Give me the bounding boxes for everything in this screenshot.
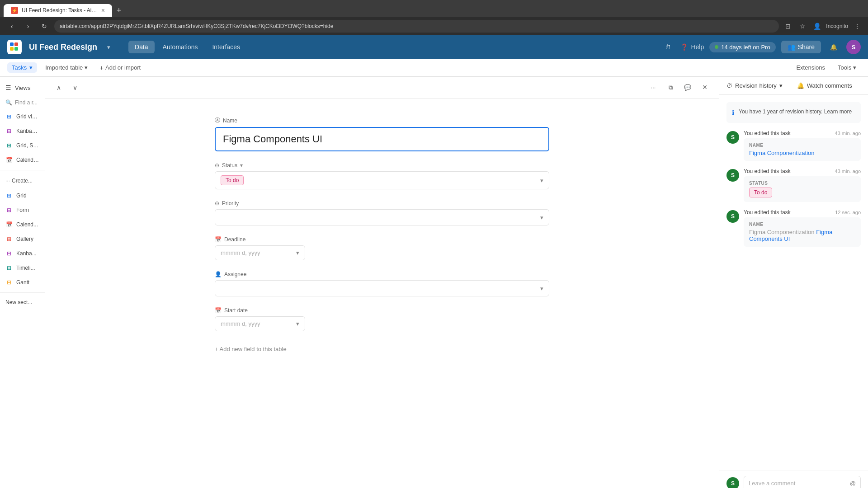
priority-select[interactable] [215,209,549,225]
rev-value-2: To do [749,188,855,197]
sidebar-item-kanban[interactable]: ⊟ Kanban... [0,125,45,137]
sidebar-item-grid-view[interactable]: ⊞ Grid vie... [0,110,45,123]
deadline-date-picker[interactable]: mmmm d, yyyy ▾ [215,245,305,260]
tasks-tab[interactable]: Tasks ▾ [7,62,37,73]
revision-card-3: NAME Figma Componentization Figma Compon… [744,217,861,247]
sidebar-item-grid-scroll[interactable]: ⊞ Grid, Sc... [0,139,45,152]
watch-comments-button[interactable]: 🔔 Watch comments [797,82,852,89]
form-icon: ⊟ [5,206,13,214]
new-section-label: New sect... [5,299,32,305]
share-button[interactable]: 👥 Share [781,41,821,53]
kanban-2-label: Kanba... [16,250,37,257]
sidebar-search[interactable]: 🔍 Find a r... [0,97,45,108]
calendar-top-label: Calenda... [16,157,39,163]
sidebar-item-calendar[interactable]: 📅 Calenda... [0,154,45,166]
active-tab[interactable]: UI Feed Redesign: Tasks - Airtabl... × [4,4,112,17]
pro-badge[interactable]: 14 days left on Pro [709,42,775,52]
start-date-picker[interactable]: mmmm d, yyyy ▾ [215,316,305,331]
tab-close-icon[interactable]: × [101,7,105,14]
name-field-icon: Ⓐ [215,117,220,124]
revision-card-2: STATUS To do [744,176,861,202]
comment-area: S Leave a comment @ [719,470,868,488]
gantt-label: Gantt [16,279,29,286]
revision-avatar-3: S [726,210,739,223]
add-or-import-button[interactable]: + Add or import [96,62,144,73]
views-label: Views [15,84,30,91]
notifications-button[interactable]: 🔔 [826,40,841,54]
sidebar-item-new-section[interactable]: New sect... [0,296,45,308]
right-panel-header: ⏱ Revision history ▾ 🔔 Watch comments [719,77,868,95]
browser-tab-bar: UI Feed Redesign: Tasks - Airtabl... × + [0,0,868,17]
rev-value-3: Figma Componentization Figma Components … [749,229,855,242]
sidebar-item-timeline[interactable]: ⊟ Timeli... [0,262,45,274]
app-logo[interactable] [7,40,22,54]
grid-view-icon: ⊞ [5,113,13,120]
comment-input[interactable]: Leave a comment @ [744,476,861,488]
create-button[interactable]: ··· Create... [0,174,45,188]
comment-avatar: S [726,477,739,488]
refresh-button[interactable]: ↻ [38,20,51,33]
pro-label: 14 days left on Pro [721,44,770,51]
forward-button[interactable]: › [22,20,34,33]
nav-interfaces[interactable]: Interfaces [206,41,246,53]
app-title-dropdown-icon[interactable]: ▾ [107,44,110,51]
tools-button[interactable]: Tools ▾ [833,62,861,73]
duplicate-button[interactable]: ⧉ [664,81,677,94]
kanban-label: Kanban... [16,128,39,134]
revision-item-1: S You edited this task 43 min. ago NAME … [726,130,861,161]
assignee-select[interactable] [215,280,549,296]
profile-manager-icon[interactable]: 👤 [811,21,822,32]
sidebar-item-grid[interactable]: ⊞ Grid [0,189,45,202]
rev-name-old-3: Figma Componentization [749,229,815,235]
revision-who-2: You edited this task [744,168,791,174]
record-toolbar-right: ··· ⧉ 💬 × [646,81,712,94]
sidebar-item-form[interactable]: ⊟ Form [0,204,45,216]
expand-up-button[interactable]: ∧ [52,81,65,94]
user-avatar[interactable]: S [846,40,861,54]
name-input[interactable] [215,127,549,151]
address-bar[interactable]: airtable.com/appnB2PYqtdgiMrZG/tbliXpR4Z… [54,20,779,33]
help-button[interactable]: ❓ Help [680,43,704,51]
new-tab-button[interactable]: + [112,4,126,17]
bookmark-icon[interactable]: ☆ [797,21,808,32]
add-import-label: Add or import [105,64,141,71]
timeline-icon: ⊟ [5,264,13,272]
history-button[interactable]: ⏱ [660,40,675,54]
sidebar-item-gantt[interactable]: ⊟ Gantt [0,276,45,289]
add-field-button[interactable]: + Add new field to this table [215,342,549,356]
revision-avatar-1: S [726,131,739,144]
revision-history-button[interactable]: ⏱ Revision history ▾ [726,82,783,89]
back-button[interactable]: ‹ [5,20,18,33]
views-toggle-icon[interactable]: ☰ [5,84,11,91]
tasks-tab-label: Tasks [12,64,27,71]
sidebar-item-kanban-2[interactable]: ⊟ Kanba... [0,247,45,260]
name-field-label-text: Name [223,117,237,124]
extensions-button[interactable]: Extensions [792,62,830,73]
menu-icon[interactable]: ⋮ [852,21,863,32]
nav-data[interactable]: Data [128,41,155,53]
kanban-icon: ⊟ [5,127,13,135]
app-title: UI Feed Redesign [29,42,97,52]
imported-table-button[interactable]: Imported table ▾ [41,62,92,73]
comment-button[interactable]: 💬 [681,81,694,94]
status-select[interactable]: To do [215,171,549,189]
cast-icon[interactable]: ⊡ [783,21,793,32]
tab-title: UI Feed Redesign: Tasks - Airtabl... [22,7,98,14]
form-label: Form [16,207,29,213]
close-record-button[interactable]: × [698,81,712,94]
info-icon: ℹ [732,108,734,117]
assignee-field-label: 👤 Assignee [215,271,549,277]
status-field-chevron[interactable]: ▾ [240,162,243,169]
svg-rect-1 [14,42,18,46]
help-icon: ❓ [680,43,688,51]
nav-automations[interactable]: Automations [156,41,204,53]
expand-down-button[interactable]: ∨ [69,81,81,94]
rev-value-1: Figma Componentization [749,150,855,156]
status-label-text: Status [222,162,237,169]
sidebar-item-gallery[interactable]: ⊞ Gallery [0,233,45,245]
svg-rect-0 [10,42,14,46]
sidebar-item-calendar-2[interactable]: 📅 Calend... [0,218,45,231]
more-options-button[interactable]: ··· [646,81,660,94]
plus-icon: + [99,64,104,71]
search-placeholder: Find a r... [15,99,38,106]
